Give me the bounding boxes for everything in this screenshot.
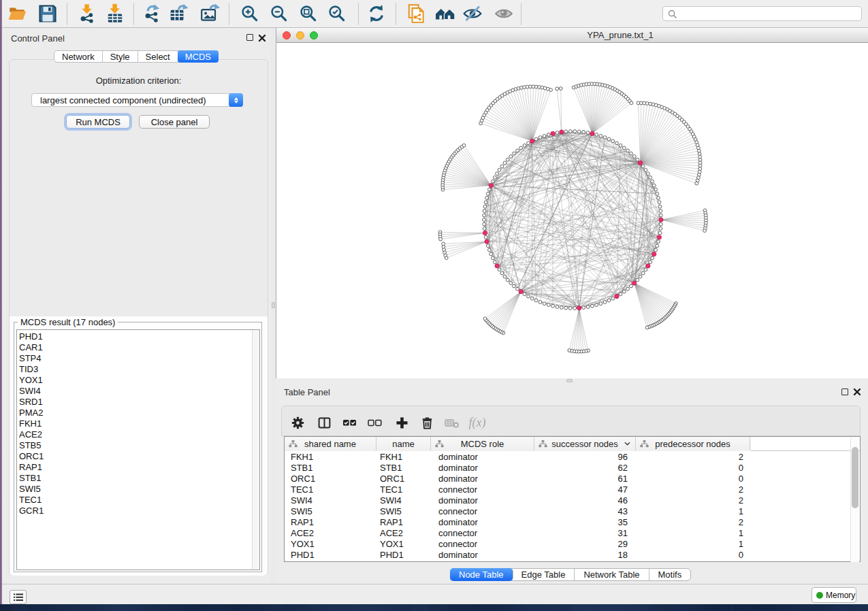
- ring-node[interactable]: [486, 244, 489, 248]
- dominator-node[interactable]: [530, 139, 534, 143]
- ring-node[interactable]: [656, 244, 659, 248]
- dominator-node[interactable]: [632, 281, 637, 285]
- close-panel-button[interactable]: Close panel: [139, 115, 210, 129]
- ring-node[interactable]: [527, 295, 530, 298]
- ring-node[interactable]: [483, 205, 487, 208]
- ring-node[interactable]: [636, 278, 639, 282]
- ring-node[interactable]: [543, 134, 546, 137]
- leaf-node[interactable]: [439, 237, 443, 241]
- ring-node[interactable]: [626, 287, 630, 291]
- tab-node-table[interactable]: Node Table: [450, 568, 513, 581]
- ring-node[interactable]: [639, 275, 642, 278]
- ring-node[interactable]: [568, 307, 572, 310]
- ring-node[interactable]: [659, 222, 662, 226]
- show-hide-button[interactable]: [434, 3, 456, 24]
- ring-node[interactable]: [564, 306, 568, 310]
- mcds-result-item[interactable]: FKH1: [17, 418, 259, 429]
- leaf-node[interactable]: [630, 101, 633, 105]
- ring-node[interactable]: [611, 139, 615, 143]
- window-zoom-light[interactable]: [310, 31, 318, 39]
- horizontal-splitter[interactable]: [276, 378, 868, 384]
- table-row-ORC1[interactable]: ORC1ORC1dominator610: [285, 474, 850, 484]
- mcds-result-item[interactable]: ACE2: [17, 429, 259, 440]
- mcds-result-item[interactable]: STB5: [17, 440, 259, 451]
- ring-node[interactable]: [483, 227, 486, 231]
- memory-button[interactable]: Memory: [811, 587, 856, 603]
- run-mcds-button[interactable]: Run MCDS: [66, 115, 130, 129]
- window-minimize-light[interactable]: [296, 31, 304, 39]
- tab-motifs[interactable]: Motifs: [649, 569, 691, 580]
- ring-node[interactable]: [487, 248, 491, 252]
- ring-node[interactable]: [496, 172, 499, 176]
- ring-node[interactable]: [582, 306, 585, 310]
- ring-node[interactable]: [641, 165, 645, 168]
- ring-node[interactable]: [487, 188, 491, 191]
- ring-node[interactable]: [547, 133, 550, 136]
- mcds-result-item[interactable]: PHD1: [17, 331, 259, 342]
- splitter-grip[interactable]: [566, 379, 573, 382]
- dominator-node[interactable]: [577, 306, 581, 310]
- mcds-result-item[interactable]: SWI4: [17, 386, 259, 397]
- ring-node[interactable]: [573, 307, 577, 310]
- dominator-node[interactable]: [590, 131, 594, 135]
- ring-node[interactable]: [658, 201, 661, 204]
- column-header-shared-name[interactable]: shared name: [285, 437, 376, 450]
- ring-node[interactable]: [644, 168, 647, 171]
- column-header-predecessor-nodes[interactable]: predecessor nodes: [636, 437, 750, 450]
- ring-node[interactable]: [556, 306, 559, 309]
- dominator-node[interactable]: [659, 218, 663, 222]
- ring-node[interactable]: [493, 176, 496, 179]
- mcds-result-item[interactable]: ORC1: [17, 451, 259, 462]
- zoom-selected-button[interactable]: [326, 3, 348, 24]
- column-header-name[interactable]: name: [376, 437, 431, 450]
- ring-node[interactable]: [498, 268, 501, 271]
- ring-node[interactable]: [649, 261, 652, 264]
- ring-node[interactable]: [619, 293, 622, 296]
- ring-node[interactable]: [630, 284, 633, 288]
- tab-network[interactable]: Network: [54, 51, 103, 62]
- ring-node[interactable]: [657, 197, 660, 200]
- dominator-node[interactable]: [483, 231, 487, 235]
- network-snapshot-button[interactable]: [406, 3, 428, 24]
- ring-node[interactable]: [486, 192, 489, 195]
- dominator-node[interactable]: [519, 289, 523, 293]
- dominator-node[interactable]: [495, 264, 499, 268]
- ring-node[interactable]: [516, 287, 519, 291]
- dominator-node[interactable]: [657, 235, 661, 240]
- ring-node[interactable]: [539, 136, 542, 139]
- table-row-ACE2[interactable]: ACE2ACE2connector311: [285, 528, 850, 539]
- leaf-node[interactable]: [483, 317, 487, 320]
- tab-select[interactable]: Select: [138, 51, 178, 62]
- mcds-result-item[interactable]: CAR1: [17, 342, 259, 353]
- ring-node[interactable]: [636, 158, 639, 161]
- ring-node[interactable]: [513, 152, 516, 155]
- mcds-result-item[interactable]: SRD1: [17, 397, 259, 408]
- ring-node[interactable]: [595, 133, 598, 136]
- leaf-node[interactable]: [549, 88, 553, 92]
- column-header-MCDS-role[interactable]: MCDS role: [431, 437, 534, 450]
- select-all-button[interactable]: [340, 414, 358, 431]
- leaf-node[interactable]: [703, 229, 707, 233]
- mcds-result-item[interactable]: STB1: [17, 473, 259, 484]
- ring-node[interactable]: [659, 227, 662, 231]
- vertical-splitter[interactable]: [271, 28, 276, 584]
- ring-node[interactable]: [534, 137, 538, 141]
- ring-node[interactable]: [573, 130, 577, 133]
- node-table-scrollbar[interactable]: [850, 437, 859, 562]
- ring-node[interactable]: [599, 302, 602, 306]
- leaf-node[interactable]: [645, 326, 649, 329]
- splitter-grip[interactable]: [272, 302, 275, 308]
- tab-style[interactable]: Style: [103, 51, 138, 62]
- ring-node[interactable]: [489, 252, 493, 256]
- ring-node[interactable]: [658, 205, 662, 208]
- table-row-SWI5[interactable]: SWI5SWI5connector431: [285, 506, 850, 517]
- table-row-TEC1[interactable]: TEC1TEC1connector472: [285, 484, 850, 495]
- ring-node[interactable]: [626, 149, 630, 152]
- table-row-RAP1[interactable]: RAP1RAP1dominator352: [285, 517, 850, 528]
- dominator-node[interactable]: [638, 161, 642, 165]
- ring-node[interactable]: [500, 165, 504, 168]
- export-network-button[interactable]: [141, 3, 163, 24]
- import-network-button[interactable]: [76, 3, 98, 24]
- ring-node[interactable]: [607, 137, 611, 141]
- ring-node[interactable]: [523, 144, 526, 147]
